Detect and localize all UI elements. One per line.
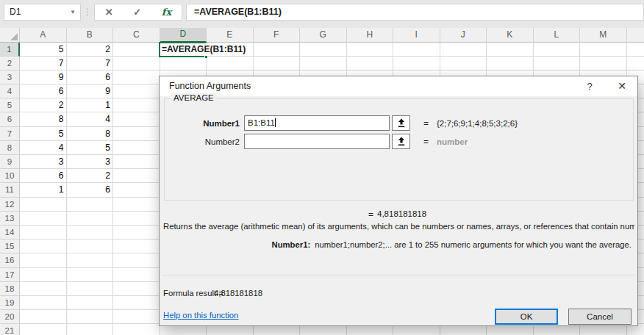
cell-C7[interactable]	[113, 127, 160, 141]
cell-A2[interactable]: 7	[20, 57, 67, 71]
column-header-A[interactable]: A	[20, 28, 67, 43]
cell-A13[interactable]	[20, 212, 67, 226]
cell-B8[interactable]: 5	[67, 141, 114, 155]
cell-A8[interactable]: 4	[20, 141, 67, 155]
cell-A7[interactable]: 5	[20, 127, 67, 141]
number2-range-select-icon[interactable]	[392, 134, 410, 149]
row-header-14[interactable]: 14	[0, 226, 20, 239]
cell-C21[interactable]	[113, 324, 160, 335]
cell-A12[interactable]	[20, 198, 67, 212]
row-header-11[interactable]: 11	[0, 183, 20, 197]
cell-C13[interactable]	[113, 212, 160, 226]
cell-B3[interactable]: 6	[67, 71, 114, 84]
column-header-G[interactable]: G	[300, 28, 347, 43]
row-header-17[interactable]: 17	[0, 268, 20, 282]
cell-B17[interactable]	[67, 268, 114, 282]
cell-K1[interactable]	[487, 43, 534, 57]
cell-C6[interactable]	[113, 112, 160, 126]
active-cell-d1[interactable]: =AVERAGE(B1:B11)	[159, 42, 207, 57]
cell-C15[interactable]	[113, 239, 160, 253]
cell-F1[interactable]	[254, 43, 301, 57]
cell-B14[interactable]	[67, 226, 114, 239]
cell-A15[interactable]	[20, 239, 67, 253]
row-header-19[interactable]: 19	[0, 296, 20, 310]
cell-C16[interactable]	[113, 253, 160, 267]
cell-H1[interactable]	[347, 43, 394, 57]
row-header-3[interactable]: 3	[0, 71, 20, 84]
row-header-6[interactable]: 6	[0, 112, 20, 126]
cell-B21[interactable]	[67, 324, 114, 335]
cell-C17[interactable]	[113, 268, 160, 282]
cell-A3[interactable]: 9	[20, 71, 67, 84]
cell-A9[interactable]: 3	[20, 155, 67, 169]
cell-L1[interactable]	[534, 43, 581, 57]
cell-A5[interactable]: 2	[20, 98, 67, 112]
cell-C8[interactable]	[113, 141, 160, 155]
insert-function-icon[interactable]: fx	[162, 7, 171, 18]
cell-A10[interactable]: 6	[20, 169, 67, 183]
row-header-20[interactable]: 20	[0, 310, 20, 324]
cell-B9[interactable]: 3	[67, 155, 114, 169]
row-header-7[interactable]: 7	[0, 127, 20, 141]
cell-B20[interactable]	[67, 310, 114, 324]
cell-partial[interactable]	[627, 57, 644, 71]
cell-C2[interactable]	[113, 57, 160, 71]
cell-A11[interactable]: 1	[20, 183, 67, 197]
column-header-K[interactable]: K	[487, 28, 534, 43]
cell-B19[interactable]	[67, 296, 114, 310]
dialog-help-icon[interactable]: ?	[583, 76, 596, 96]
row-header-21[interactable]: 21	[0, 324, 20, 335]
row-header-18[interactable]: 18	[0, 282, 20, 296]
cell-B6[interactable]: 4	[67, 112, 114, 126]
column-header-C[interactable]: C	[113, 28, 160, 43]
dialog-title-bar[interactable]: Function Arguments ? ✕	[160, 76, 637, 96]
cell-G1[interactable]	[300, 43, 347, 57]
column-header-I[interactable]: I	[393, 28, 440, 43]
cell-A17[interactable]	[20, 268, 67, 282]
cell-partial[interactable]	[627, 43, 644, 57]
cell-B4[interactable]: 9	[67, 84, 114, 98]
formula-input[interactable]: =AVERAGE(B1:B11)	[186, 4, 644, 21]
column-header-E[interactable]: E	[207, 28, 254, 43]
cell-C4[interactable]	[113, 84, 160, 98]
column-header-F[interactable]: F	[254, 28, 301, 43]
cell-B12[interactable]	[67, 198, 114, 212]
row-header-12[interactable]: 12	[0, 198, 20, 212]
cell-A19[interactable]	[20, 296, 67, 310]
cell-C12[interactable]	[113, 198, 160, 212]
row-header-10[interactable]: 10	[0, 169, 20, 183]
close-icon[interactable]: ✕	[609, 76, 634, 96]
name-box[interactable]: D1 ▼	[4, 4, 81, 21]
column-header-H[interactable]: H	[347, 28, 394, 43]
cell-B15[interactable]	[67, 239, 114, 253]
cell-M1[interactable]	[580, 43, 627, 57]
cell-A16[interactable]	[20, 253, 67, 267]
cell-A1[interactable]: 5	[20, 43, 67, 57]
cell-C18[interactable]	[113, 282, 160, 296]
number1-range-select-icon[interactable]	[392, 115, 410, 131]
select-all-corner[interactable]	[0, 28, 20, 43]
column-header-J[interactable]: J	[440, 28, 487, 43]
cell-B2[interactable]: 7	[67, 57, 114, 71]
help-on-function-link[interactable]: Help on this function	[163, 311, 238, 320]
cell-C9[interactable]	[113, 155, 160, 169]
row-header-5[interactable]: 5	[0, 98, 20, 112]
cell-L2[interactable]	[534, 57, 581, 71]
cell-C5[interactable]	[113, 98, 160, 112]
cell-A21[interactable]	[20, 324, 67, 335]
cell-A18[interactable]	[20, 282, 67, 296]
row-header-9[interactable]: 9	[0, 155, 20, 169]
row-header-15[interactable]: 15	[0, 239, 20, 253]
ok-button[interactable]: OK	[495, 309, 558, 325]
column-header-B[interactable]: B	[67, 28, 114, 43]
cell-E2[interactable]	[207, 57, 254, 71]
cell-C3[interactable]	[113, 71, 160, 84]
cell-C20[interactable]	[113, 310, 160, 324]
cell-C10[interactable]	[113, 169, 160, 183]
row-header-8[interactable]: 8	[0, 141, 20, 155]
cancel-button[interactable]: Cancel	[568, 309, 632, 325]
cell-J2[interactable]	[440, 57, 487, 71]
row-header-1[interactable]: 1	[0, 43, 20, 57]
row-header-16[interactable]: 16	[0, 253, 20, 267]
cell-F2[interactable]	[254, 57, 301, 71]
